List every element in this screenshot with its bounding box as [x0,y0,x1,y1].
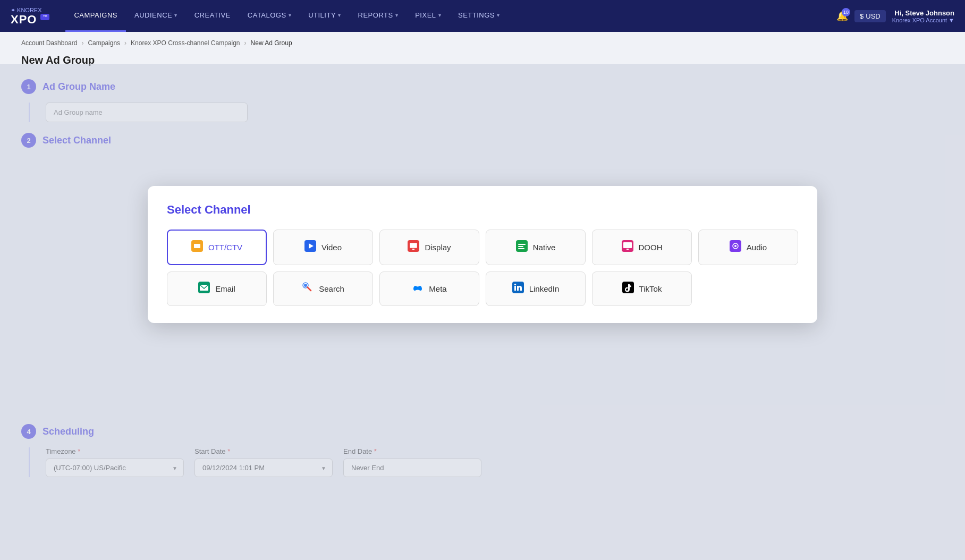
svg-rect-8 [518,244,526,245]
svg-point-16 [734,245,737,247]
channel-btn-audio[interactable]: Audio [698,230,798,265]
bell-badge: 10 [842,8,850,16]
nav-pixel[interactable]: PIXEL ▾ [407,0,450,32]
channel-btn-email[interactable]: Email [167,271,267,306]
user-menu[interactable]: Hi, Steve Johnson Knorex XPO Account ▼ [892,9,954,23]
chevron-down-icon: ▾ [395,12,399,18]
dooh-icon [622,240,633,254]
svg-rect-6 [412,249,414,250]
channel-btn-dooh[interactable]: DOOH [592,230,692,265]
video-icon [304,240,316,254]
nav-catalogs[interactable]: CATALOGS ▾ [239,0,300,32]
breadcrumb: Account Dashboard › Campaigns › Knorex X… [0,32,965,54]
chevron-down-icon: ▾ [338,12,341,18]
chevron-down-icon: ▾ [438,12,442,18]
channel-empty-cell [698,271,798,306]
linkedin-icon [512,282,524,296]
breadcrumb-sep-3: › [244,39,247,47]
chevron-down-icon: ▾ [497,12,500,18]
svg-rect-13 [627,249,629,250]
currency-selector[interactable]: $ USD [854,10,886,22]
nav-creative[interactable]: CREATIVE [186,0,239,32]
svg-rect-5 [410,243,417,248]
channel-btn-ottctv[interactable]: OTT/CTV [167,230,267,265]
nav-right: 🔔 10 $ USD Hi, Steve Johnson Knorex XPO … [836,9,954,23]
svg-rect-9 [518,246,523,247]
user-sub: Knorex XPO Account ▼ [892,17,954,23]
breadcrumb-sep-2: › [124,39,126,47]
channel-grid-row1: OTT/CTV Video Display Native [167,230,798,265]
channel-label-email: Email [215,284,235,293]
nav-reports[interactable]: REPORTS ▾ [350,0,407,32]
currency-icon: $ [860,12,864,20]
svg-rect-12 [623,242,632,248]
tiktok-icon [622,282,634,296]
channel-btn-native[interactable]: Native [486,230,586,265]
search-icon [302,282,314,296]
channel-label-video: Video [321,243,342,252]
navigation: ✦ KNOREX XPO ™ CAMPAIGNS AUDIENCE ▾ CREA… [0,0,965,32]
modal-title: Select Channel [167,203,798,217]
display-icon [408,240,419,254]
logo-badge: ™ [40,14,49,20]
channel-label-search: Search [319,284,344,293]
logo[interactable]: ✦ KNOREX XPO ™ [11,7,49,26]
channel-btn-search[interactable]: Search [273,271,373,306]
channel-btn-linkedin[interactable]: LinkedIn [486,271,586,306]
channel-label-dooh: DOOH [639,243,663,252]
breadcrumb-campaigns[interactable]: Campaigns [88,39,120,47]
channel-btn-display[interactable]: Display [379,230,479,265]
page-wrapper: Account Dashboard › Campaigns › Knorex X… [0,32,965,560]
channel-grid-row2: Email Search [167,271,798,306]
svg-line-21 [308,287,311,291]
meta-icon [412,282,424,296]
nav-settings[interactable]: SETTINGS ▾ [450,0,509,32]
svg-rect-10 [518,248,524,249]
channel-label-native: Native [533,243,556,252]
channel-label-meta: Meta [429,284,446,293]
nav-utility[interactable]: UTILITY ▾ [300,0,349,32]
svg-point-25 [514,284,515,285]
channel-label-display: Display [425,243,451,252]
breadcrumb-sep-1: › [81,39,83,47]
audio-icon [730,240,741,254]
bell-button[interactable]: 🔔 10 [836,10,848,22]
currency-label: USD [866,12,880,20]
select-channel-modal: Select Channel OTT/CTV Video Display [148,186,817,323]
nav-campaigns[interactable]: CAMPAIGNS [65,0,126,32]
channel-btn-tiktok[interactable]: TikTok [592,271,692,306]
svg-rect-1 [194,244,200,248]
chevron-down-icon: ▾ [174,12,177,18]
channel-label-linkedin: LinkedIn [529,284,560,293]
svg-rect-24 [514,286,516,291]
logo-xpo: XPO [11,14,37,26]
native-icon [516,240,528,254]
breadcrumb-current: New Ad Group [251,39,292,47]
channel-label-ottctv: OTT/CTV [208,243,242,252]
channel-label-audio: Audio [747,243,767,252]
channel-btn-video[interactable]: Video [273,230,373,265]
nav-items: CAMPAIGNS AUDIENCE ▾ CREATIVE CATALOGS ▾… [65,0,836,32]
svg-point-20 [304,284,307,287]
breadcrumb-account[interactable]: Account Dashboard [21,39,77,47]
nav-audience[interactable]: AUDIENCE ▾ [126,0,186,32]
channel-btn-meta[interactable]: Meta [379,271,479,306]
channel-label-tiktok: TikTok [639,284,662,293]
user-name: Hi, Steve Johnson [892,9,954,17]
chevron-down-icon: ▾ [289,12,292,18]
breadcrumb-campaign[interactable]: Knorex XPO Cross-channel Campaign [131,39,240,47]
email-icon [198,282,210,296]
ottctv-icon [191,240,203,254]
